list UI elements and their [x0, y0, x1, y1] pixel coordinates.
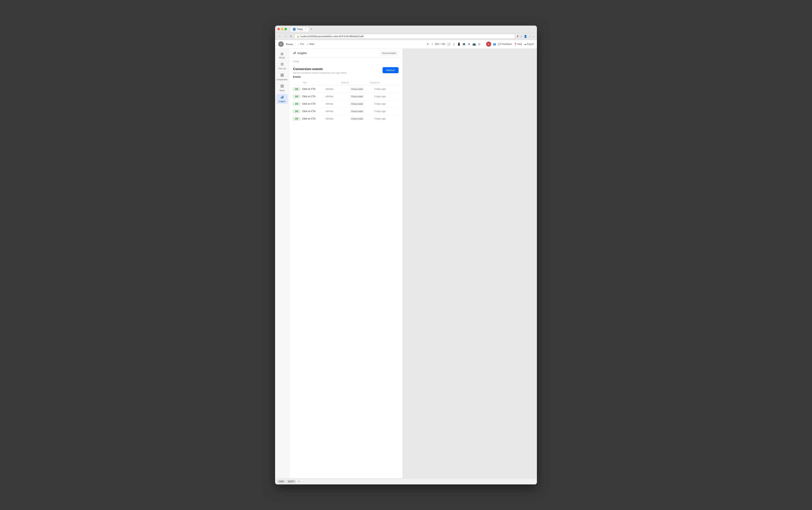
toolbar-right: A 👥 💬 Feedback ❓ Help ☁ Export: [486, 41, 534, 47]
bottom-close-icon[interactable]: ✕: [298, 480, 300, 483]
sidebar-item-treelist[interactable]: Tree List: [276, 61, 288, 71]
svg-rect-17: [295, 52, 296, 54]
workspace-name[interactable]: Prova: [286, 43, 293, 46]
refresh-nav-button[interactable]: ↻: [289, 34, 293, 38]
event-title: Click on CTA: [302, 110, 316, 113]
address-bar[interactable]: 🔒 localhost:62556/project/e6ad81bc-cd4a-…: [295, 34, 515, 39]
treelist-icon: [280, 62, 284, 67]
nav-icons-right: ⬆ ☆ 👤 ⋮ ⌄: [517, 35, 534, 38]
table-row: 200 Click on CTA e844aa Focus node 5 day…: [293, 100, 399, 108]
user-icon[interactable]: 👤: [524, 35, 527, 38]
conversion-header: Conversion events See the conversion eve…: [289, 64, 403, 76]
tv-icon[interactable]: 📺: [472, 42, 476, 46]
svg-rect-7: [282, 76, 284, 77]
sidebar-item-blocks[interactable]: ⊞ Blocks: [276, 50, 288, 60]
conversion-desc: See the conversion events coming from yo…: [293, 72, 347, 74]
close-button[interactable]: [278, 28, 280, 30]
custom-icon[interactable]: ⊡: [477, 42, 481, 46]
share-icon[interactable]: ⬆: [517, 35, 519, 38]
nodeid-cell: e844aa: [325, 117, 350, 120]
nodeid-cell: e844aa: [325, 110, 350, 113]
sidebar-item-styles[interactable]: Styles: [276, 83, 288, 93]
insights-icon: [280, 95, 284, 100]
sidebar-item-components[interactable]: Components: [276, 72, 288, 82]
app-logo: [278, 41, 284, 47]
dropdown-icon[interactable]: ⌄: [532, 35, 534, 38]
mobile-icon[interactable]: 📱: [457, 42, 461, 46]
traffic-lights: [278, 28, 287, 30]
active-tab[interactable]: Theta ✕: [290, 27, 309, 31]
browser-window: Theta ✕ + ← → ↻ 🔒 localhost:62556/projec…: [275, 26, 537, 485]
panel-header: Insights Documentation: [289, 49, 403, 58]
app-toolbar: Prova ☆ Pro ⎇ Main ☀ ☽ 300 × 780 ⬜ ▯ 📱 💻…: [275, 40, 537, 49]
node-badge: Focus node: [350, 88, 364, 91]
createdat-cell: 5 days ago: [374, 117, 399, 120]
sidebar-item-insights[interactable]: Insights: [276, 94, 288, 104]
nodeid-cell: e844aa: [325, 102, 350, 105]
dark-mode-icon[interactable]: ☽: [431, 42, 433, 46]
panel-title: Insights: [293, 51, 307, 55]
sidebar: ⊞ Blocks Tree List: [275, 49, 289, 478]
help-button[interactable]: ❓ Help: [514, 43, 522, 46]
events-label: Events: [293, 76, 399, 78]
node-badge: Focus node: [350, 102, 364, 106]
minimize-button[interactable]: [281, 28, 283, 30]
back-button[interactable]: ←: [278, 34, 282, 38]
branch-main-selector[interactable]: ⎇ Main: [307, 43, 315, 46]
forward-button[interactable]: →: [283, 34, 288, 38]
collab-button[interactable]: 👥: [493, 43, 496, 46]
desktop-icon[interactable]: ⬜: [447, 42, 451, 46]
right-gray-area: [403, 49, 537, 478]
col-title-header: Title: [293, 82, 341, 84]
export-label: Export: [527, 43, 534, 46]
svg-rect-1: [281, 63, 284, 63]
device-size-label: 300 × 780: [435, 43, 445, 46]
more-icon[interactable]: ⋮: [528, 35, 531, 38]
laptop-icon[interactable]: 💻: [462, 42, 466, 46]
export-icon: ☁: [524, 43, 526, 46]
title-cell: 200 Click on CTA: [293, 117, 325, 120]
node-badge: Focus node: [350, 110, 364, 113]
blocks-icon: ⊞: [281, 52, 284, 56]
tab-close-icon[interactable]: ✕: [305, 28, 307, 30]
svg-rect-15: [293, 53, 294, 54]
svg-rect-16: [294, 52, 295, 54]
nav-bar: ← → ↻ 🔒 localhost:62556/project/e6ad81bc…: [275, 33, 537, 40]
device-controls: ☀ ☽ 300 × 780 ⬜ ▯ 📱 💻 🖥 📺 ⊡: [427, 42, 481, 46]
svg-rect-2: [281, 64, 284, 64]
light-mode-icon[interactable]: ☀: [427, 42, 429, 46]
branch-pro-selector[interactable]: ☆ Pro: [297, 43, 304, 46]
bottom-bar: CMD SHIFT ✕: [275, 478, 537, 484]
user-avatar[interactable]: A: [486, 41, 491, 47]
git-branch-icon: ⎇: [307, 43, 309, 45]
nodeid-cell: e844aa: [325, 95, 350, 98]
table-row: 200 Click on CTA e844aa Focus node 5 day…: [293, 86, 399, 93]
tab-area: Theta ✕ +: [290, 27, 313, 31]
styles-icon: [280, 84, 284, 89]
col-nodeid-header: Node ID: [341, 82, 370, 84]
insights-container: Insights Documentation Usage Conversion …: [289, 49, 403, 478]
new-tab-button[interactable]: +: [310, 27, 313, 31]
documentation-button[interactable]: Documentation: [380, 51, 399, 55]
node-badge-cell: Focus node: [350, 88, 374, 91]
maximize-button[interactable]: [285, 28, 287, 30]
event-title: Click on CTA: [302, 88, 316, 90]
export-button[interactable]: ☁ Export: [524, 43, 534, 46]
events-section: Events Title Node ID Created at 200 Clic…: [289, 76, 403, 122]
title-cell: 200 Click on CTA: [293, 102, 325, 106]
createdat-cell: 5 days ago: [374, 110, 399, 113]
refresh-button[interactable]: Refresh: [382, 67, 399, 73]
bookmark-icon[interactable]: ☆: [520, 35, 523, 38]
monitor-icon[interactable]: 🖥: [467, 42, 471, 46]
cmd-key: CMD: [278, 480, 285, 483]
tablet-portrait-icon[interactable]: ▯: [452, 42, 456, 46]
node-badge-cell: Focus node: [350, 95, 374, 98]
svg-rect-14: [283, 96, 283, 98]
components-icon: [280, 73, 284, 78]
svg-rect-13: [282, 96, 282, 98]
feedback-button[interactable]: 💬 Feedback: [498, 43, 512, 46]
event-title: Click on CTA: [302, 95, 316, 98]
title-cell: 200 Click on CTA: [293, 88, 325, 91]
svg-point-8: [281, 85, 282, 86]
svg-rect-6: [281, 76, 282, 77]
